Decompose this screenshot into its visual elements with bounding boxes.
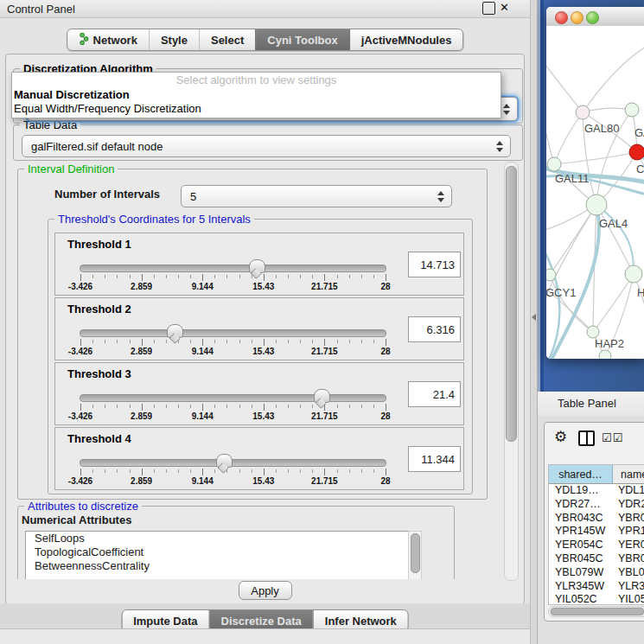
dropdown-option-equal-width-frequency[interactable]: Equal Width/Frequency Discretization bbox=[14, 102, 201, 115]
slider-tick bbox=[80, 469, 81, 475]
network-edge[interactable] bbox=[583, 45, 644, 112]
slider-track[interactable] bbox=[80, 329, 386, 337]
slider-tick bbox=[288, 275, 289, 278]
tab-style[interactable]: Style bbox=[149, 29, 199, 50]
number-of-intervals-combobox[interactable]: 5 bbox=[181, 185, 452, 207]
table-panel-inner: ⚙ ☑☑ shared… name YDL19…YDL19…YDR27…YDR2… bbox=[544, 422, 644, 622]
cell-shared-name: YBL079W bbox=[549, 566, 613, 580]
slider-tick bbox=[386, 339, 386, 346]
column-header-name[interactable]: name bbox=[613, 465, 644, 483]
control-panel-titlebar: Control Panel ✕ bbox=[0, 0, 530, 18]
attribute-list-item[interactable]: BetweennessCentrality bbox=[26, 559, 408, 573]
table-row[interactable]: YIL052CYIL052C bbox=[549, 593, 644, 605]
slider-tick bbox=[130, 469, 131, 473]
checkbox-icons[interactable]: ☑☑ bbox=[602, 431, 623, 444]
table-row[interactable]: YDR27…YDR27… bbox=[549, 498, 644, 512]
table-data-combobox[interactable]: galFiltered.sif default node bbox=[22, 135, 511, 157]
network-canvas[interactable]: GAL80GACGAL11GAL4GCY1HHAP2 bbox=[546, 26, 644, 359]
dropdown-option-manual-discretization[interactable]: Manual Discretization bbox=[14, 88, 130, 101]
network-edge-highlighted[interactable] bbox=[546, 242, 559, 359]
slider-tick bbox=[349, 469, 350, 473]
table-row[interactable]: YBL079WYBL079W bbox=[549, 566, 644, 580]
network-node[interactable] bbox=[547, 157, 561, 171]
threshold-value-field[interactable]: 11.344 bbox=[408, 446, 461, 472]
slider-tick bbox=[337, 340, 338, 343]
combobox-stepper-icon bbox=[493, 141, 507, 152]
table-row[interactable]: YER054CYER054C bbox=[549, 539, 644, 552]
tab-label: Infer Network bbox=[325, 615, 397, 628]
divider-collapse-icon[interactable] bbox=[532, 314, 536, 321]
network-node[interactable] bbox=[586, 194, 607, 215]
numerical-attributes-list[interactable]: SelfLoopsTopologicalCoefficientBetweenne… bbox=[25, 531, 409, 579]
slider-track[interactable] bbox=[80, 459, 386, 467]
slider-tick bbox=[166, 275, 167, 278]
apply-button[interactable]: Apply bbox=[239, 581, 292, 600]
table-row[interactable]: YBR043CYBR043C bbox=[549, 512, 644, 526]
table-row[interactable]: YDL19…YDL19… bbox=[549, 484, 644, 498]
threshold-value-field[interactable]: 6.316 bbox=[408, 316, 461, 342]
network-view-window[interactable]: GAL80GACGAL11GAL4GCY1HHAP2 bbox=[546, 7, 644, 359]
close-traffic-light-icon[interactable] bbox=[555, 11, 568, 24]
top-tab-bar: Network Style Select Cyni Toolbox jActiv… bbox=[67, 29, 464, 51]
attributes-to-discretize-group: Attributes to discretize Numerical Attri… bbox=[17, 506, 455, 579]
slider-track[interactable] bbox=[80, 394, 386, 402]
tab-cyni-toolbox[interactable]: Cyni Toolbox bbox=[255, 29, 348, 50]
table-horizontal-scrollbar[interactable] bbox=[548, 606, 644, 617]
slider-tick bbox=[373, 405, 374, 408]
network-edge[interactable] bbox=[554, 112, 583, 164]
columns-icon[interactable] bbox=[578, 430, 595, 446]
slider-tick bbox=[337, 469, 338, 473]
network-edge[interactable] bbox=[546, 61, 583, 112]
network-node[interactable] bbox=[629, 144, 644, 160]
table-row[interactable]: YBR045CYBR045C bbox=[549, 552, 644, 566]
slider-thumb[interactable] bbox=[216, 454, 233, 468]
network-edge[interactable] bbox=[546, 112, 554, 164]
slider-track[interactable] bbox=[80, 265, 386, 272]
scrollbar-thumb[interactable] bbox=[411, 533, 420, 573]
zoom-traffic-light-icon[interactable] bbox=[586, 11, 599, 24]
column-header-shared[interactable]: shared… bbox=[549, 465, 613, 483]
slider-thumb[interactable] bbox=[249, 259, 265, 273]
threshold-value-field[interactable]: 21.4 bbox=[408, 381, 461, 407]
network-node[interactable] bbox=[599, 350, 611, 359]
close-icon[interactable]: ✕ bbox=[500, 1, 509, 14]
slider-tick bbox=[202, 274, 203, 281]
gear-icon[interactable]: ⚙ bbox=[554, 428, 567, 446]
table-row[interactable]: YPR145WYPR145W bbox=[549, 525, 644, 539]
panel-divider[interactable] bbox=[530, 0, 538, 644]
network-node[interactable] bbox=[546, 269, 556, 281]
slider-tick-label: 28 bbox=[380, 476, 390, 486]
network-node[interactable] bbox=[587, 326, 599, 338]
scrollbar-thumb[interactable] bbox=[506, 166, 517, 442]
table-row[interactable]: YLR345WYLR345W bbox=[549, 580, 644, 594]
network-node[interactable] bbox=[625, 265, 642, 283]
attributes-list-scrollbar[interactable] bbox=[408, 531, 422, 579]
slider-tick bbox=[324, 339, 325, 346]
slider-tick bbox=[142, 404, 143, 411]
slider-tick-label: 21.715 bbox=[311, 476, 338, 486]
tab-select[interactable]: Select bbox=[199, 29, 255, 50]
network-edge[interactable] bbox=[583, 108, 632, 112]
slider-tick bbox=[190, 275, 191, 278]
attribute-list-item[interactable]: TopologicalCoefficient bbox=[26, 545, 408, 559]
slider-tick bbox=[276, 340, 277, 343]
network-window-titlebar[interactable] bbox=[546, 7, 644, 27]
float-window-icon[interactable] bbox=[482, 2, 495, 15]
slider-tick bbox=[386, 274, 386, 281]
threshold-value-field[interactable]: 14.713 bbox=[408, 252, 461, 277]
scrollbar-thumb[interactable] bbox=[551, 608, 644, 615]
network-node[interactable] bbox=[576, 105, 590, 119]
slider-tick bbox=[117, 469, 118, 473]
slider-tick bbox=[312, 340, 313, 343]
slider-thumb[interactable] bbox=[167, 324, 183, 338]
network-edge[interactable] bbox=[554, 152, 637, 164]
minimize-traffic-light-icon[interactable] bbox=[571, 11, 583, 24]
network-edge[interactable] bbox=[593, 274, 634, 332]
tab-jactivemnodules[interactable]: jActiveMNodules bbox=[349, 29, 463, 50]
panel-scrollbar[interactable] bbox=[504, 162, 519, 581]
slider-tick-label: -3.426 bbox=[68, 476, 92, 486]
slider-thumb[interactable] bbox=[314, 389, 330, 403]
network-node[interactable] bbox=[625, 103, 639, 117]
tab-network[interactable]: Network bbox=[67, 29, 149, 50]
attribute-list-item[interactable]: SelfLoops bbox=[26, 532, 408, 545]
